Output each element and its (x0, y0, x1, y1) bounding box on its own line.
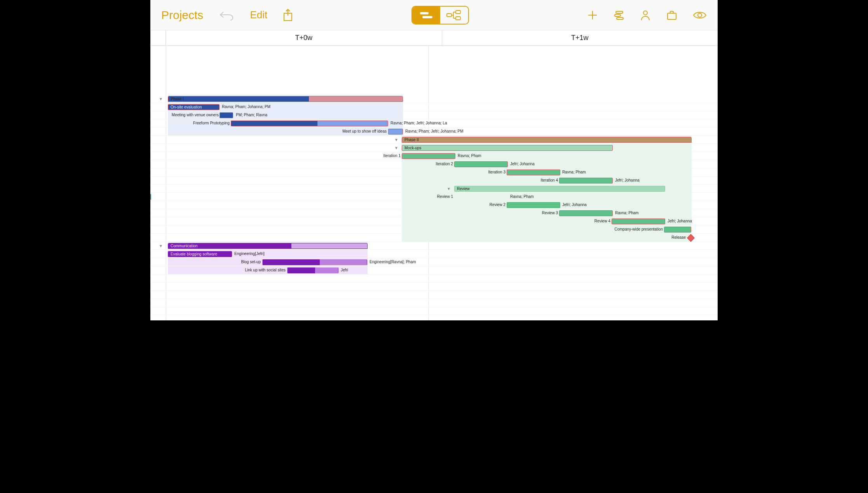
task-row[interactable]: ▼ Phase II (150, 136, 718, 144)
assignee-label: Jefri; Johanna (562, 203, 587, 207)
svg-rect-10 (668, 13, 676, 19)
svg-point-11 (698, 13, 702, 17)
task-row[interactable]: ▼ Review (150, 185, 718, 193)
resources-button[interactable] (640, 10, 651, 21)
svg-rect-6 (616, 11, 623, 13)
sort-button[interactable] (614, 10, 624, 21)
task-label: Evaluate blogging software (168, 252, 232, 257)
back-button[interactable]: Projects (161, 9, 203, 22)
milestone-label: Release (671, 235, 686, 240)
task-bar[interactable] (402, 153, 455, 159)
assignee-label: Ravna; Pham (510, 194, 534, 199)
gantt-chart[interactable]: ▼ Phase I On-site evaluation Ravna; Pham… (150, 46, 718, 320)
task-label: Freeform Prototyping (193, 121, 230, 125)
gantt-icon (418, 10, 434, 21)
task-label: Link up with social sites (245, 268, 286, 272)
group-label: Review (455, 186, 665, 191)
task-row[interactable]: Release (150, 234, 718, 242)
add-button[interactable] (587, 10, 598, 21)
timeline-header: T+0w T+1w (150, 30, 718, 46)
task-bar[interactable]: Evaluate blogging software (168, 251, 232, 257)
disclosure-icon[interactable]: ▼ (447, 187, 451, 191)
task-row[interactable]: Iteration 1 Ravna; Pham (150, 152, 718, 160)
task-label: Review 3 (542, 211, 558, 215)
task-row[interactable]: ▼ Phase I (150, 95, 718, 103)
task-row[interactable]: Evaluate blogging software Engineering[J… (150, 250, 718, 258)
task-bar[interactable] (454, 161, 508, 167)
task-bar[interactable] (664, 227, 691, 233)
assignee-label: PM; Pham; Ravna (236, 113, 267, 117)
task-bar[interactable] (287, 267, 338, 273)
undo-icon (219, 10, 234, 21)
header-gutter (150, 30, 166, 45)
network-icon (446, 10, 463, 21)
task-bar[interactable] (262, 259, 367, 265)
gantt-view-button[interactable] (412, 7, 440, 24)
task-row[interactable]: Iteration 2 Jefri; Johanna (150, 160, 718, 168)
task-row[interactable]: Meeting with venue owners PM; Pham; Ravn… (150, 111, 718, 119)
task-row[interactable]: Review 1 Ravna; Pham (150, 193, 718, 201)
edit-button[interactable]: Edit (250, 9, 267, 21)
share-icon (283, 9, 293, 22)
undo-button[interactable] (219, 10, 234, 21)
briefcase-button[interactable] (666, 10, 677, 21)
filter-icon (614, 10, 624, 21)
timeline-column: T+0w (166, 30, 442, 45)
task-row[interactable]: Link up with social sites Jefri (150, 266, 718, 274)
task-bar[interactable] (559, 210, 613, 216)
task-bar[interactable] (220, 112, 233, 118)
group-bar-phase2[interactable]: Phase II (402, 137, 692, 143)
svg-rect-3 (447, 14, 451, 17)
group-bar-phase1[interactable]: Phase I (168, 96, 403, 102)
task-row[interactable]: Freeform Prototyping Ravna; Pham; Jefri;… (150, 119, 718, 128)
task-row[interactable]: On-site evaluation Ravna; Pham; Johanna;… (150, 103, 718, 111)
task-row[interactable]: Iteration 3 Ravna; Pham (150, 168, 718, 177)
group-bar-review[interactable]: Review (454, 186, 665, 192)
task-row[interactable]: Review 3 Ravna; Pham (150, 209, 718, 217)
task-row[interactable]: ▼ Communication (150, 242, 718, 250)
task-bar[interactable] (507, 202, 560, 208)
disclosure-icon[interactable]: ▼ (159, 244, 163, 248)
task-bar[interactable] (559, 178, 613, 184)
task-label: Company-wide presentation (614, 227, 663, 231)
assignee-label: Ravna; Pham; Johanna; PM (222, 105, 270, 109)
group-label: Mock-ups (402, 145, 612, 150)
task-bar[interactable]: On-site evaluation (168, 104, 220, 110)
task-row[interactable]: Blog set-up Engineering[Ravna]; Pham (150, 258, 718, 266)
network-view-button[interactable] (440, 7, 468, 24)
task-label: Iteration 2 (436, 162, 453, 166)
svg-rect-5 (456, 17, 460, 20)
task-bar[interactable] (388, 129, 403, 135)
share-button[interactable] (283, 9, 293, 22)
task-label: Review 4 (594, 219, 610, 223)
task-row[interactable]: Review 2 Jefri; Johanna (150, 201, 718, 209)
group-bar-communication[interactable]: Communication (168, 243, 368, 249)
svg-rect-8 (617, 17, 623, 19)
assignee-label: Jefri; Johanna (668, 219, 692, 223)
disclosure-icon[interactable]: ▼ (394, 146, 398, 150)
view-options-button[interactable] (693, 10, 707, 21)
disclosure-icon[interactable]: ▼ (159, 97, 163, 101)
task-bar[interactable] (612, 219, 665, 224)
task-bar[interactable] (507, 170, 560, 175)
task-bar[interactable] (150, 194, 151, 200)
task-bar[interactable] (231, 121, 388, 126)
svg-rect-2 (422, 16, 432, 18)
task-label: Blog set-up (241, 260, 261, 264)
task-label: Review 2 (490, 203, 505, 207)
group-label: Phase I (168, 96, 403, 101)
task-label: On-site evaluation (168, 105, 219, 110)
disclosure-icon[interactable]: ▼ (394, 138, 398, 142)
task-row[interactable]: Iteration 4 Jefri; Johanna (150, 177, 718, 185)
assignee-label: Jefri; Johanna (510, 162, 535, 166)
task-label: Meeting with venue owners (172, 113, 219, 117)
milestone-diamond[interactable] (687, 234, 695, 242)
task-row[interactable]: Meet up to show off ideas Ravna; Pham; J… (150, 128, 718, 136)
task-row[interactable]: Company-wide presentation (150, 226, 718, 234)
task-row[interactable]: Review 4 Jefri; Johanna (150, 217, 718, 226)
view-mode-toggle (411, 6, 469, 24)
group-bar-mockups[interactable]: Mock-ups (402, 145, 613, 151)
assignee-label: Ravna; Pham (562, 170, 586, 174)
task-row[interactable]: ▼ Mock-ups (150, 144, 718, 152)
svg-rect-1 (420, 12, 429, 14)
